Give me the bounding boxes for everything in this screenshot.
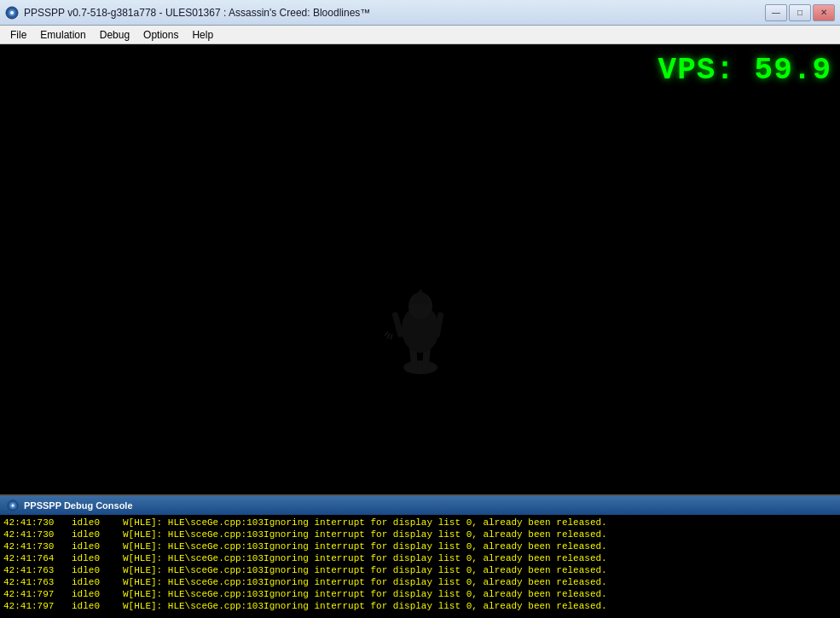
log-thread: idle0 [72,564,123,576]
log-thread: idle0 [72,552,123,564]
log-thread: idle0 [72,540,123,552]
window-controls: — □ ✕ [765,4,835,21]
debug-log: 42:41:730 idle0 W[HLE]: HLE\sceGe.cpp:10… [0,515,840,618]
title-bar: PPSSPP v0.7-518-g381a778 - ULES01367 : A… [0,0,840,26]
debug-console: PPSSPP Debug Console 42:41:730 idle0 W[H… [0,494,840,618]
menu-item-debug[interactable]: Debug [93,27,136,43]
menu-item-file[interactable]: File [3,27,33,43]
menu-item-help[interactable]: Help [185,27,220,43]
menu-bar: FileEmulationDebugOptionsHelp [0,26,840,44]
log-timestamp: 42:41:763 [3,564,72,576]
game-viewport: VPS: 59.9 [0,44,840,520]
debug-console-title: PPSSPP Debug Console [24,500,133,511]
console-icon [7,500,19,511]
log-timestamp: 42:41:730 [3,540,72,552]
log-line: 42:41:764 idle0 W[HLE]: HLE\sceGe.cpp:10… [3,552,837,564]
log-timestamp: 42:41:730 [3,528,72,540]
menu-item-options[interactable]: Options [136,27,185,43]
log-message: Ignoring interrupt for display list 0, a… [264,564,607,576]
log-line: 42:41:730 idle0 W[HLE]: HLE\sceGe.cpp:10… [3,517,837,528]
svg-point-16 [12,505,14,507]
maximize-button[interactable]: □ [789,4,811,21]
svg-line-11 [391,334,392,339]
game-scene [335,231,506,401]
log-timestamp: 42:41:797 [3,600,72,612]
svg-line-9 [385,332,388,336]
window-title: PPSSPP v0.7-518-g381a778 - ULES01367 : A… [24,7,370,19]
log-message: Ignoring interrupt for display list 0, a… [264,588,607,600]
log-level: W[HLE]: HLE\sceGe.cpp:103 [123,517,264,528]
svg-point-3 [403,361,437,374]
menu-item-emulation[interactable]: Emulation [33,27,92,43]
game-content [0,44,840,520]
log-line: 42:41:730 idle0 W[HLE]: HLE\sceGe.cpp:10… [3,528,837,540]
log-thread: idle0 [72,600,123,612]
vps-counter: VPS: 59.9 [658,53,831,88]
log-line: 42:41:797 idle0 W[HLE]: HLE\sceGe.cpp:10… [3,588,837,600]
log-message: Ignoring interrupt for display list 0, a… [264,517,607,528]
log-thread: idle0 [72,576,123,588]
log-timestamp: 42:41:797 [3,588,72,600]
log-line: 42:41:797 idle0 W[HLE]: HLE\sceGe.cpp:10… [3,600,837,612]
log-level: W[HLE]: HLE\sceGe.cpp:103 [123,552,264,564]
log-thread: idle0 [72,517,123,528]
log-thread: idle0 [72,588,123,600]
log-message: Ignoring interrupt for display list 0, a… [264,552,607,564]
log-level: W[HLE]: HLE\sceGe.cpp:103 [123,576,264,588]
log-level: W[HLE]: HLE\sceGe.cpp:103 [123,540,264,552]
close-button[interactable]: ✕ [813,4,835,21]
log-message: Ignoring interrupt for display list 0, a… [264,600,607,612]
log-timestamp: 42:41:763 [3,576,72,588]
app-icon [5,6,19,20]
log-level: W[HLE]: HLE\sceGe.cpp:103 [123,564,264,576]
log-line: 42:41:730 idle0 W[HLE]: HLE\sceGe.cpp:10… [3,540,837,552]
title-bar-left: PPSSPP v0.7-518-g381a778 - ULES01367 : A… [5,6,370,20]
log-timestamp: 42:41:764 [3,552,72,564]
log-message: Ignoring interrupt for display list 0, a… [264,576,607,588]
log-thread: idle0 [72,528,123,540]
log-line: 42:41:763 idle0 W[HLE]: HLE\sceGe.cpp:10… [3,564,837,576]
log-line: 42:41:763 idle0 W[HLE]: HLE\sceGe.cpp:10… [3,576,837,588]
log-level: W[HLE]: HLE\sceGe.cpp:103 [123,588,264,600]
svg-line-10 [387,333,390,338]
svg-point-2 [10,11,14,14]
log-timestamp: 42:41:730 [3,517,72,528]
log-level: W[HLE]: HLE\sceGe.cpp:103 [123,528,264,540]
debug-console-header: PPSSPP Debug Console [0,496,840,515]
log-level: W[HLE]: HLE\sceGe.cpp:103 [123,600,264,612]
minimize-button[interactable]: — [765,4,787,21]
log-message: Ignoring interrupt for display list 0, a… [264,540,607,552]
log-message: Ignoring interrupt for display list 0, a… [264,528,607,540]
